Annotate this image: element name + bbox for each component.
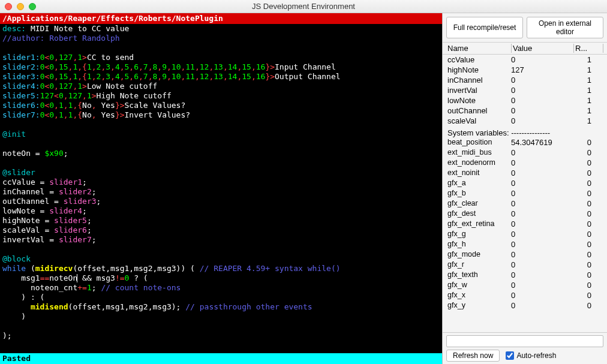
variable-name: ccValue — [447, 55, 511, 64]
variable-r: 0 — [573, 209, 603, 218]
variable-value: 0 — [511, 148, 573, 157]
variable-r: 0 — [573, 199, 603, 208]
code-editor[interactable]: /Applications/Reaper/Effects/Roberts/Not… — [0, 13, 442, 364]
col-name[interactable]: Name — [447, 44, 511, 53]
variable-value: 0 — [511, 55, 573, 64]
variable-value: 0 — [511, 281, 573, 290]
variable-name: lowNote — [447, 96, 511, 105]
variable-row[interactable]: gfx_texth00 — [443, 270, 607, 280]
variable-r: 0 — [573, 281, 603, 290]
variable-r: 0 — [573, 250, 603, 259]
variable-value: 0 — [511, 209, 573, 218]
variable-row[interactable]: gfx_clear00 — [443, 198, 607, 209]
variable-r: 0 — [573, 148, 603, 157]
variable-row[interactable]: gfx_ext_retina00 — [443, 219, 607, 229]
variable-row[interactable]: lowNote01 — [443, 95, 607, 106]
variable-name: inChannel — [447, 76, 511, 85]
window-title: JS Development Environment — [0, 2, 607, 11]
variable-row[interactable]: gfx_g00 — [443, 229, 607, 239]
variable-value: 0 — [511, 199, 573, 208]
variable-name: gfx_dest — [447, 209, 511, 218]
variable-value: 0 — [511, 291, 573, 300]
variable-r: 0 — [573, 301, 603, 310]
variable-value: 0 — [511, 169, 573, 178]
variable-r: 0 — [573, 189, 603, 198]
system-variables-header: System variables: --------------- — [443, 126, 607, 137]
col-value[interactable]: Value — [511, 44, 573, 53]
variable-value: 0 — [511, 301, 573, 310]
variable-name: gfx_clear — [447, 199, 511, 208]
variable-value: 127 — [511, 65, 573, 74]
variable-r: 0 — [573, 158, 603, 167]
variable-name: beat_position — [447, 138, 511, 147]
variable-row[interactable]: ext_nodenorm00 — [443, 158, 607, 168]
variable-row[interactable]: inChannel01 — [443, 75, 607, 85]
variable-r: 1 — [573, 65, 603, 74]
variable-r: 0 — [573, 230, 603, 239]
variable-value: 0 — [511, 76, 573, 85]
variable-name: gfx_mode — [447, 250, 511, 259]
variable-value: 0 — [511, 106, 573, 115]
variable-value: 0 — [511, 189, 573, 198]
variable-r: 0 — [573, 240, 603, 249]
variable-r: 1 — [573, 96, 603, 105]
window-titlebar: JS Development Environment — [0, 0, 607, 13]
open-external-button[interactable]: Open in external editor — [527, 17, 603, 38]
variable-value: 0 — [511, 219, 573, 228]
variable-r: 1 — [573, 76, 603, 85]
editor-status-bar: Pasted — [0, 353, 442, 364]
refresh-button[interactable]: Refresh now — [446, 350, 500, 362]
variable-row[interactable]: gfx_w00 — [443, 280, 607, 290]
variable-row[interactable]: gfx_x00 — [443, 290, 607, 300]
variable-name: invertVal — [447, 86, 511, 95]
variable-r: 1 — [573, 55, 603, 64]
variable-value: 0 — [511, 260, 573, 269]
auto-refresh-label: Auto-refresh — [516, 351, 556, 360]
variable-row[interactable]: ext_midi_bus00 — [443, 148, 607, 158]
variable-row[interactable]: beat_position54.30476190 — [443, 137, 607, 148]
variable-r: 0 — [573, 138, 603, 147]
variable-name: gfx_b — [447, 189, 511, 198]
variable-value: 0 — [511, 96, 573, 105]
variable-name: ext_nodenorm — [447, 158, 511, 167]
variable-row[interactable]: gfx_h00 — [443, 239, 607, 249]
variable-row[interactable]: gfx_y00 — [443, 300, 607, 311]
variable-r: 1 — [573, 106, 603, 115]
variable-row[interactable]: gfx_mode00 — [443, 249, 607, 260]
auto-refresh-checkbox[interactable] — [506, 351, 514, 360]
variable-name: gfx_r — [447, 260, 511, 269]
auto-refresh-toggle[interactable]: Auto-refresh — [506, 351, 556, 360]
variable-r: 1 — [573, 86, 603, 95]
variable-row[interactable]: invertVal01 — [443, 85, 607, 95]
variable-name: scaleVal — [447, 116, 511, 125]
variable-r: 0 — [573, 169, 603, 178]
variable-r: 1 — [573, 116, 603, 125]
variable-name: gfx_texth — [447, 270, 511, 279]
variable-value: 0 — [511, 158, 573, 167]
variable-row[interactable]: outChannel01 — [443, 106, 607, 116]
variable-name: gfx_w — [447, 281, 511, 290]
code-area[interactable]: desc: MIDI Note to CC value //author: Ro… — [0, 24, 442, 353]
variable-row[interactable]: gfx_dest00 — [443, 209, 607, 219]
variable-row[interactable]: gfx_r00 — [443, 260, 607, 270]
variable-row[interactable]: ccValue01 — [443, 55, 607, 65]
variable-name: gfx_ext_retina — [447, 219, 511, 228]
variable-row[interactable]: highNote1271 — [443, 65, 607, 75]
variable-row[interactable]: gfx_b00 — [443, 188, 607, 198]
variable-table-header: Name Value R... — [443, 43, 607, 55]
variable-name: gfx_a — [447, 179, 511, 188]
variable-value: 0 — [511, 86, 573, 95]
variable-list[interactable]: ccValue01highNote1271inChannel01invertVa… — [443, 55, 607, 332]
variable-row[interactable]: ext_noinit00 — [443, 168, 607, 178]
variable-name: gfx_y — [447, 301, 511, 310]
variable-inspector: Full recompile/reset Open in external ed… — [442, 13, 607, 364]
filter-input[interactable] — [446, 335, 603, 347]
variable-value: 0 — [511, 250, 573, 259]
variable-r: 0 — [573, 291, 603, 300]
variable-row[interactable]: gfx_a00 — [443, 178, 607, 188]
recompile-button[interactable]: Full recompile/reset — [446, 17, 523, 38]
variable-r: 0 — [573, 219, 603, 228]
col-r[interactable]: R... — [573, 44, 603, 53]
variable-name: ext_noinit — [447, 169, 511, 178]
variable-row[interactable]: scaleVal01 — [443, 116, 607, 126]
